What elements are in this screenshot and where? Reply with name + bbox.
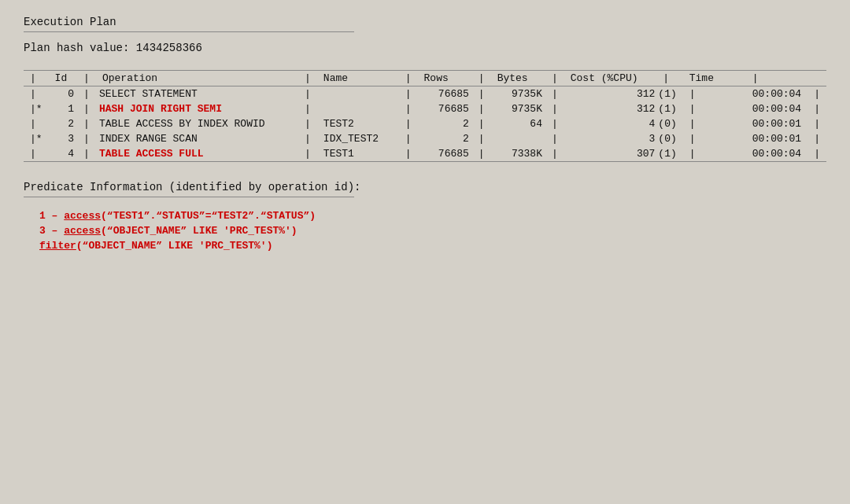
row-name: IDX_TEST2	[317, 131, 399, 146]
predicate-section: Predicate Information (identified by ope…	[24, 181, 826, 252]
row-id: 2	[49, 116, 78, 131]
pipe: |	[24, 86, 49, 102]
section-title: Execution Plan	[24, 16, 826, 28]
pipe: |	[472, 86, 491, 102]
table-header-row: | Id | Operation | Name | Rows | Bytes |…	[24, 71, 826, 86]
pipe: |	[683, 131, 746, 146]
table-row: |* 1 | HASH JOIN RIGHT SEMI | | 76685 | …	[24, 101, 826, 116]
predicate-items: 1 – access(“TEST1”.“STATUS”=“TEST2”.“STA…	[24, 210, 826, 252]
execution-plan-section: Execution Plan Plan hash value: 14342583…	[24, 16, 826, 54]
row-bytes	[491, 131, 545, 146]
execution-table: | Id | Operation | Name | Rows | Bytes |…	[24, 70, 826, 168]
predicate-divider	[24, 197, 354, 197]
pipe: |	[808, 101, 826, 116]
pipe: |	[808, 86, 826, 102]
pipe: |	[472, 116, 491, 131]
pipe: |	[77, 146, 96, 162]
operation-text: HASH JOIN RIGHT SEMI	[99, 103, 222, 115]
pipe: |	[399, 101, 418, 116]
row-bytes: 64	[491, 116, 545, 131]
pipe: |	[808, 131, 826, 146]
table-footer-row	[24, 162, 826, 168]
pipe: |	[545, 86, 564, 102]
row-operation: TABLE ACCESS BY INDEX ROWID	[96, 116, 298, 131]
row-rows: 76685	[418, 101, 472, 116]
row-operation: SELECT STATEMENT	[96, 86, 298, 102]
pipe: |	[298, 101, 317, 116]
row-cost: 312	[564, 101, 657, 116]
pipe: |	[683, 101, 746, 116]
col-operation: Operation	[96, 71, 298, 86]
operation-text: TABLE ACCESS BY INDEX ROWID	[99, 118, 265, 130]
row-name: TEST2	[317, 116, 399, 131]
access-keyword: access	[64, 210, 101, 222]
row-name: TEST1	[317, 146, 399, 162]
predicate-item: filter(“OBJECT_NAME” LIKE 'PRC_TEST%')	[39, 240, 826, 252]
predicate-item: 3 – access(“OBJECT_NAME” LIKE 'PRC_TEST%…	[39, 225, 826, 237]
row-time: 00:00:04	[746, 146, 808, 162]
pipe: |	[399, 116, 418, 131]
pipe: |	[298, 131, 317, 146]
pipe: |	[746, 71, 808, 86]
row-time: 00:00:01	[746, 131, 808, 146]
pipe: |	[77, 71, 96, 86]
pipe: |	[298, 116, 317, 131]
pipe: |	[298, 86, 317, 102]
row-operation: HASH JOIN RIGHT SEMI	[96, 101, 298, 116]
table-row: |* 3 | INDEX RANGE SCAN | IDX_TEST2 | 2 …	[24, 131, 826, 146]
row-rows: 2	[418, 116, 472, 131]
row-cost: 3	[564, 131, 657, 146]
pipe: |	[808, 146, 826, 162]
pipe: |	[545, 116, 564, 131]
pipe: |	[298, 71, 317, 86]
pipe: |	[472, 101, 491, 116]
pipe: |*	[24, 101, 49, 116]
row-bytes: 9735K	[491, 86, 545, 102]
pipe: |	[683, 146, 746, 162]
row-bytes: 9735K	[491, 101, 545, 116]
row-cpu: (0)	[656, 131, 682, 146]
pipe: |	[298, 146, 317, 162]
col-time: Time	[683, 71, 746, 86]
pipe: |	[545, 146, 564, 162]
pipe: |	[808, 116, 826, 131]
pipe: |	[472, 146, 491, 162]
pipe: |	[77, 131, 96, 146]
col-bytes: Bytes	[491, 71, 545, 86]
row-rows: 76685	[418, 146, 472, 162]
pipe: |	[24, 71, 49, 86]
col-cost: Cost (%CPU)	[564, 71, 657, 86]
row-cpu: (0)	[656, 116, 682, 131]
row-name	[317, 101, 399, 116]
row-rows: 76685	[418, 86, 472, 102]
predicate-text: filter(“OBJECT_NAME” LIKE 'PRC_TEST%')	[39, 240, 272, 252]
pipe: |	[399, 146, 418, 162]
row-bytes: 7338K	[491, 146, 545, 162]
pipe: |	[472, 71, 491, 86]
row-cpu: (1)	[656, 86, 682, 102]
row-name	[317, 86, 399, 102]
predicate-item: 1 – access(“TEST1”.“STATUS”=“TEST2”.“STA…	[39, 210, 826, 222]
row-time: 00:00:04	[746, 101, 808, 116]
pipe: |	[472, 131, 491, 146]
execution-table-wrapper: | Id | Operation | Name | Rows | Bytes |…	[24, 70, 826, 168]
pipe: |	[77, 101, 96, 116]
pipe: |	[24, 146, 49, 162]
pipe: |	[399, 86, 418, 102]
pipe: |	[399, 131, 418, 146]
row-operation: TABLE ACCESS FULL	[96, 146, 298, 162]
row-cost: 307	[564, 146, 657, 162]
pipe: |	[77, 116, 96, 131]
pipe: |*	[24, 131, 49, 146]
col-name: Name	[317, 71, 399, 86]
pipe: |	[24, 116, 49, 131]
access-keyword: access	[64, 225, 101, 237]
predicate-text: 1 – access(“TEST1”.“STATUS”=“TEST2”.“STA…	[39, 210, 316, 222]
table-row: | 2 | TABLE ACCESS BY INDEX ROWID | TEST…	[24, 116, 826, 131]
pipe: |	[656, 71, 682, 86]
table-row: | 4 | TABLE ACCESS FULL | TEST1 | 76685 …	[24, 146, 826, 162]
filter-keyword: filter	[39, 240, 76, 252]
row-cost: 4	[564, 116, 657, 131]
row-rows: 2	[418, 131, 472, 146]
col-rows: Rows	[418, 71, 472, 86]
